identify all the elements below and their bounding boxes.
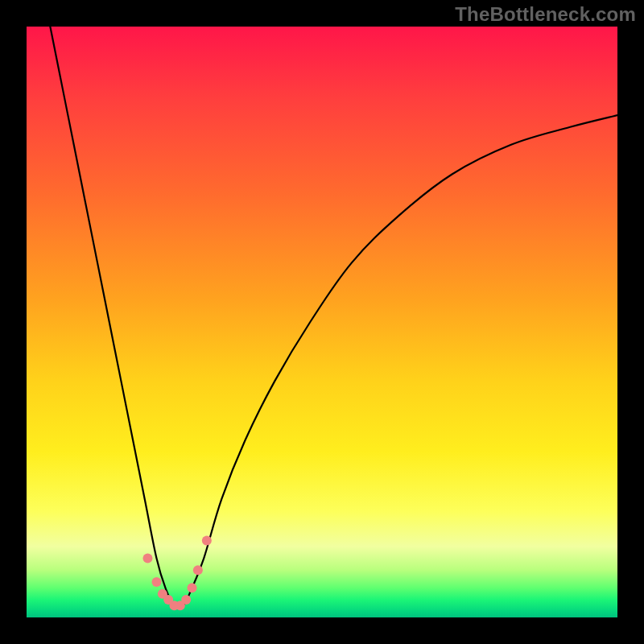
curve-svg <box>27 27 617 617</box>
watermark-text: TheBottleneck.com <box>455 3 636 26</box>
trough-markers <box>142 536 211 611</box>
bottleneck-curve <box>50 27 617 608</box>
trough-marker <box>202 536 212 546</box>
trough-marker <box>193 565 203 575</box>
chart-frame: TheBottleneck.com <box>0 0 644 644</box>
trough-marker <box>151 577 161 587</box>
plot-area <box>27 27 617 617</box>
trough-marker <box>188 583 197 592</box>
trough-marker <box>142 554 152 564</box>
trough-marker <box>181 595 191 605</box>
